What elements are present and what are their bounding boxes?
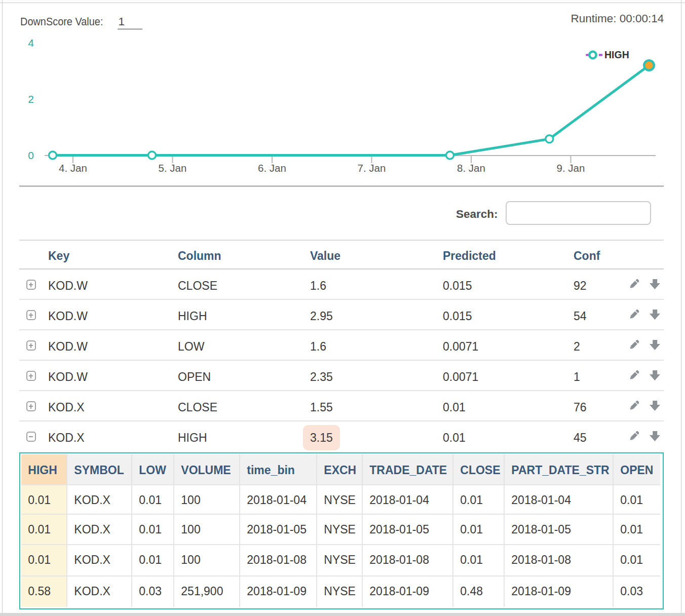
svg-text:8. Jan: 8. Jan [457, 162, 485, 174]
svg-text:6. Jan: 6. Jan [258, 162, 286, 174]
svg-text:7. Jan: 7. Jan [358, 162, 386, 174]
svg-text:0: 0 [28, 149, 34, 161]
svg-text:9. Jan: 9. Jan [557, 162, 585, 174]
svg-text:4: 4 [28, 37, 34, 49]
svg-text:2: 2 [28, 93, 34, 105]
svg-text:HIGH: HIGH [604, 49, 629, 60]
svg-text:5. Jan: 5. Jan [159, 162, 187, 174]
svg-text:4. Jan: 4. Jan [59, 162, 87, 174]
